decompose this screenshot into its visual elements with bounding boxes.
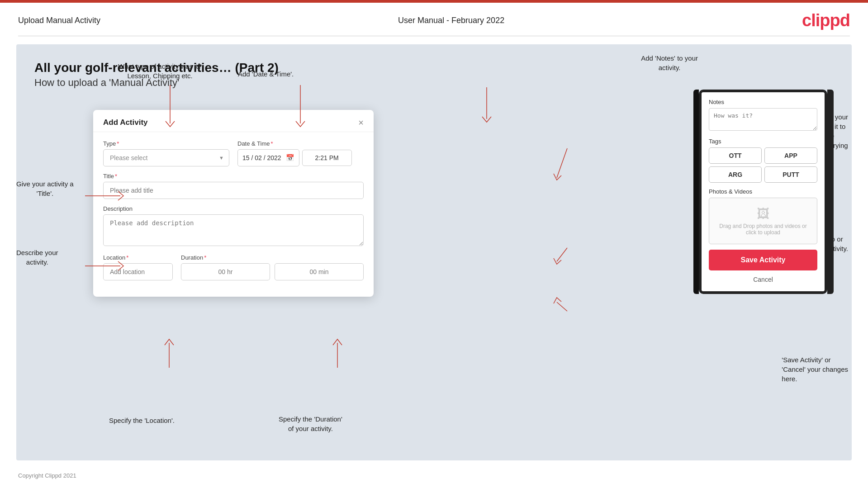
tag-app[interactable]: APP (764, 147, 817, 164)
description-label: Description (103, 205, 364, 212)
duration-label: Duration* (181, 254, 364, 261)
annotation-duration: Specify the 'Duration' of your activity. (279, 414, 342, 433)
datetime-label: Date & Time* (237, 140, 364, 147)
photo-upload-area[interactable]: 🖼 Drag and Drop photos and videos or cli… (709, 198, 817, 244)
duration-hr-input[interactable] (181, 263, 270, 280)
notes-input[interactable] (709, 108, 817, 131)
duration-group: Duration* (181, 254, 364, 280)
type-select-wrapper: Please select (103, 149, 229, 166)
footer: Copyright Clippd 2021 (0, 469, 868, 483)
svg-line-8 (557, 248, 567, 261)
description-textarea[interactable] (103, 214, 364, 246)
manual-title: User Manual - February 2022 (398, 16, 504, 25)
phone-screen: Notes Tags OTT APP ARG PUTT Photos & Vid… (699, 90, 827, 294)
title-label: Title* (103, 173, 364, 180)
date-field[interactable]: 15 / 02 / 2022 📅 (237, 149, 299, 166)
add-activity-dialog: Add Activity × Type* Please select (93, 110, 374, 297)
location-input[interactable] (103, 263, 173, 280)
dialog-wrapper: Add Activity × Type* Please select (93, 110, 374, 297)
time-field[interactable]: 2:21 PM (302, 150, 352, 166)
dialog-header: Add Activity × (93, 110, 374, 132)
copyright: Copyright Clippd 2021 (18, 472, 76, 479)
logo: clippd (802, 11, 850, 30)
form-row-type-date: Type* Please select Date & Time* (103, 140, 364, 166)
tag-arg[interactable]: ARG (709, 166, 762, 183)
title-group: Title* (103, 173, 364, 199)
title-input[interactable] (103, 182, 364, 199)
dialog-body: Type* Please select Date & Time* (93, 132, 374, 297)
annotation-desc: Describe your activity. (16, 248, 58, 267)
location-label: Location* (103, 254, 173, 261)
tag-putt[interactable]: PUTT (764, 166, 817, 183)
tag-ott[interactable]: OTT (709, 147, 762, 164)
annotation-save: 'Save Activity' or 'Cancel' your changes… (782, 355, 848, 384)
annotation-location: Specify the 'Location'. (109, 416, 175, 425)
page-title: Upload Manual Activity (18, 16, 100, 25)
type-select[interactable]: Please select (103, 149, 229, 166)
phone-frame-wrapper: Notes Tags OTT APP ARG PUTT Photos & Vid… (693, 90, 834, 294)
photos-section-label: Photos & Videos (709, 188, 817, 195)
duration-inputs (181, 263, 364, 280)
description-group: Description (103, 205, 364, 248)
phone-left-bar (693, 90, 699, 294)
date-input-group: 15 / 02 / 2022 📅 2:21 PM (237, 149, 364, 166)
header-divider (18, 36, 850, 36)
datetime-group: Date & Time* 15 / 02 / 2022 📅 2:21 PM (237, 140, 364, 166)
main-content: All your golf-relevant activities… (Part… (16, 44, 852, 460)
location-group: Location* (103, 254, 173, 280)
notes-section-label: Notes (709, 99, 817, 105)
photo-icon: 🖼 (714, 206, 812, 221)
form-row-description: Description (103, 205, 364, 248)
svg-line-9 (557, 302, 567, 311)
type-label: Type* (103, 140, 229, 147)
save-activity-button[interactable]: Save Activity (709, 250, 817, 270)
form-row-title: Title* (103, 173, 364, 199)
calendar-icon: 📅 (286, 154, 294, 162)
dialog-close-button[interactable]: × (358, 118, 364, 127)
cancel-link[interactable]: Cancel (709, 274, 817, 285)
annotation-notes: Add 'Notes' to your activity. (641, 53, 698, 72)
dialog-title: Add Activity (103, 118, 148, 127)
type-group: Type* Please select (103, 140, 229, 166)
phone-inner: Notes Tags OTT APP ARG PUTT Photos & Vid… (702, 92, 825, 291)
annotation-title: Give your activity a 'Title'. (16, 179, 74, 198)
annotation-type: What type of activity was it? Lesson, Ch… (118, 62, 202, 81)
phone-panel: Notes Tags OTT APP ARG PUTT Photos & Vid… (693, 90, 834, 294)
tags-grid: OTT APP ARG PUTT (709, 147, 817, 183)
annotation-datetime: Add 'Date & Time'. (238, 69, 294, 79)
form-row-location-duration: Location* Duration* (103, 254, 364, 280)
header: Upload Manual Activity User Manual - Feb… (0, 3, 868, 36)
tags-section-label: Tags (709, 138, 817, 145)
duration-min-input[interactable] (275, 263, 364, 280)
phone-right-bar (827, 90, 834, 294)
svg-line-7 (557, 148, 567, 178)
